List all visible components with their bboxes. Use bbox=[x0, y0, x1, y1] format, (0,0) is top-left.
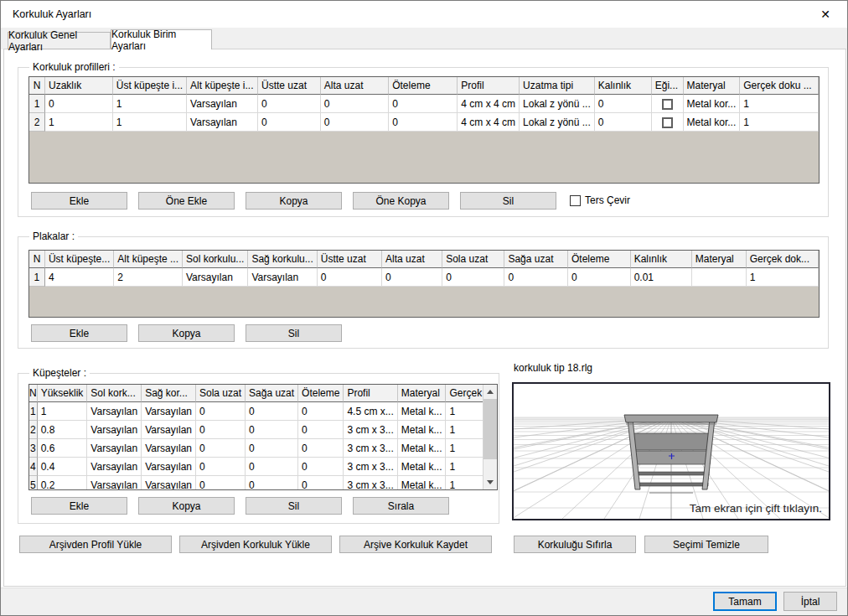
table-cell[interactable]: 1 bbox=[740, 113, 819, 132]
column-header[interactable]: Üstte uzat bbox=[258, 77, 321, 95]
table-cell[interactable]: Varsayılan bbox=[142, 402, 196, 421]
profiles-sil-button[interactable]: Sil bbox=[460, 192, 556, 210]
scroll-down-button[interactable] bbox=[483, 475, 497, 489]
table-row[interactable]: 40.4VarsayılanVarsayılan0003 cm x 3...Me… bbox=[29, 458, 498, 476]
table-cell[interactable]: Varsayılan bbox=[87, 476, 142, 490]
column-header[interactable]: N bbox=[29, 251, 45, 268]
clear-selection-button[interactable]: Seçimi Temizle bbox=[644, 536, 768, 553]
ok-button[interactable]: Tamam bbox=[713, 592, 777, 611]
plates-sil-button[interactable]: Sil bbox=[246, 324, 342, 342]
row-header[interactable]: 2 bbox=[29, 113, 45, 132]
table-cell[interactable]: 0 bbox=[246, 476, 298, 490]
cancel-button[interactable]: İptal bbox=[783, 592, 837, 611]
table-cell[interactable] bbox=[692, 268, 747, 287]
column-header[interactable]: Öteleme bbox=[568, 251, 631, 268]
column-header[interactable]: Sağa uzat bbox=[246, 385, 298, 402]
table-cell[interactable]: 1 bbox=[38, 402, 88, 421]
row-header[interactable]: 1 bbox=[29, 95, 45, 113]
column-header[interactable]: Gerçek dok... bbox=[747, 251, 819, 268]
column-header[interactable]: Materyal bbox=[684, 77, 741, 95]
table-cell[interactable]: Varsayılan bbox=[87, 458, 142, 476]
table-cell[interactable]: 4 bbox=[45, 268, 114, 287]
table-cell[interactable]: 1 bbox=[740, 95, 819, 113]
column-header[interactable]: Üst küpeşte i... bbox=[113, 77, 187, 95]
column-header[interactable]: Alt küpeşte i... bbox=[187, 77, 258, 95]
column-header[interactable]: Profil bbox=[344, 385, 397, 402]
scroll-up-button[interactable] bbox=[483, 385, 497, 399]
handrails-ekle-button[interactable]: Ekle bbox=[31, 497, 127, 515]
table-cell[interactable]: Varsayılan bbox=[187, 95, 258, 113]
column-header[interactable]: N bbox=[29, 385, 38, 402]
column-header[interactable]: Alt küpeşte ... bbox=[114, 251, 183, 268]
table-cell[interactable]: Varsayılan bbox=[142, 439, 196, 458]
tab-korkuluk-birim-ayarlari[interactable]: Korkuluk Birim Ayarları bbox=[111, 29, 212, 49]
table-cell[interactable]: Varsayılan bbox=[183, 268, 248, 287]
plates-kopya-button[interactable]: Kopya bbox=[138, 324, 235, 342]
table-cell[interactable]: 0 bbox=[595, 113, 652, 132]
column-header[interactable]: Uzaklık bbox=[45, 77, 113, 95]
load-profile-from-archive-button[interactable]: Arşivden Profil Yükle bbox=[19, 536, 172, 553]
table-cell[interactable]: 3 cm x 3... bbox=[344, 476, 397, 490]
table-cell[interactable]: 0 bbox=[389, 95, 458, 113]
handrails-sirala-button[interactable]: Sırala bbox=[353, 497, 449, 515]
profiles-ekle-button[interactable]: Ekle bbox=[31, 192, 127, 210]
column-header[interactable]: Alta uzat bbox=[382, 251, 442, 268]
column-header[interactable]: Öteleme bbox=[298, 385, 344, 402]
table-cell[interactable]: 0 bbox=[196, 402, 246, 421]
table-cell[interactable]: 0 bbox=[321, 95, 389, 113]
column-header[interactable]: Alta uzat bbox=[321, 77, 389, 95]
table-cell[interactable]: 0 bbox=[298, 476, 344, 490]
table-cell[interactable]: Lokal z yönü ... bbox=[520, 95, 595, 113]
close-button[interactable]: ✕ bbox=[815, 6, 835, 23]
table-cell[interactable]: 0 bbox=[45, 95, 113, 113]
column-header[interactable]: Sol korkulu... bbox=[183, 251, 248, 268]
column-header[interactable]: Sol kork... bbox=[87, 385, 142, 402]
table-cell[interactable]: Metal kor... bbox=[684, 113, 741, 132]
handrails-scrollbar[interactable] bbox=[483, 385, 497, 489]
column-header[interactable]: Eği... bbox=[652, 77, 684, 95]
table-cell[interactable]: 0 bbox=[246, 458, 298, 476]
table-row[interactable]: 11VarsayılanVarsayılan0004.5 cm x...Meta… bbox=[29, 402, 498, 421]
profiles-kopya-button[interactable]: Kopya bbox=[246, 192, 342, 210]
table-cell[interactable]: 0.01 bbox=[631, 268, 692, 287]
row-header[interactable]: 1 bbox=[29, 402, 38, 421]
table-cell[interactable]: Metal k... bbox=[398, 476, 447, 490]
load-railing-from-archive-button[interactable]: Arşivden Korkuluk Yükle bbox=[179, 536, 332, 553]
table-cell[interactable]: 1 bbox=[45, 113, 113, 132]
table-cell[interactable]: 0 bbox=[258, 95, 321, 113]
table-cell[interactable]: 0 bbox=[298, 458, 344, 476]
table-cell[interactable]: 0 bbox=[196, 421, 246, 439]
scrollbar-thumb[interactable] bbox=[483, 399, 497, 459]
table-cell[interactable]: 3 cm x 3... bbox=[344, 439, 397, 458]
table-cell[interactable]: 0 bbox=[321, 113, 389, 132]
column-header[interactable]: Üstte uzat bbox=[318, 251, 382, 268]
table-cell[interactable]: 2 bbox=[114, 268, 183, 287]
table-cell[interactable]: 4 cm x 4 cm bbox=[458, 95, 520, 113]
table-cell[interactable]: 0 bbox=[196, 439, 246, 458]
profiles-one-ekle-button[interactable]: Öne Ekle bbox=[138, 192, 235, 210]
table-cell[interactable]: 0 bbox=[504, 268, 568, 287]
column-header[interactable]: Sağ kor... bbox=[142, 385, 196, 402]
column-header[interactable]: Kalınlık bbox=[631, 251, 692, 268]
table-row[interactable]: 30.6VarsayılanVarsayılan0003 cm x 3...Me… bbox=[29, 439, 498, 458]
column-header[interactable]: Üst küpeşte... bbox=[45, 251, 114, 268]
plates-ekle-button[interactable]: Ekle bbox=[31, 324, 127, 342]
table-cell[interactable]: 0 bbox=[258, 113, 321, 132]
column-header[interactable]: Sağa uzat bbox=[504, 251, 568, 268]
table-cell[interactable]: 0 bbox=[246, 439, 298, 458]
column-header[interactable]: Materyal bbox=[692, 251, 747, 268]
profiles-one-kopya-button[interactable]: Öne Kopya bbox=[353, 192, 449, 210]
row-header[interactable]: 4 bbox=[29, 458, 38, 476]
table-row[interactable]: 101Varsayılan0004 cm x 4 cmLokal z yönü … bbox=[29, 95, 819, 113]
table-cell[interactable]: 0 bbox=[568, 268, 631, 287]
save-railing-to-archive-button[interactable]: Arşive Korkuluk Kaydet bbox=[339, 536, 492, 553]
table-row[interactable]: 50.2VarsayılanVarsayılan0003 cm x 3...Me… bbox=[29, 476, 498, 490]
table-cell[interactable]: 0 bbox=[442, 268, 504, 287]
table-row[interactable]: 211Varsayılan0004 cm x 4 cmLokal z yönü … bbox=[29, 113, 819, 132]
table-cell[interactable]: 0 bbox=[246, 421, 298, 439]
table-cell[interactable]: Varsayılan bbox=[87, 439, 142, 458]
table-cell[interactable]: Metal k... bbox=[398, 402, 447, 421]
table-cell[interactable]: 4.5 cm x... bbox=[344, 402, 397, 421]
table-cell[interactable]: Varsayılan bbox=[87, 421, 142, 439]
table-cell[interactable]: 0 bbox=[298, 402, 344, 421]
